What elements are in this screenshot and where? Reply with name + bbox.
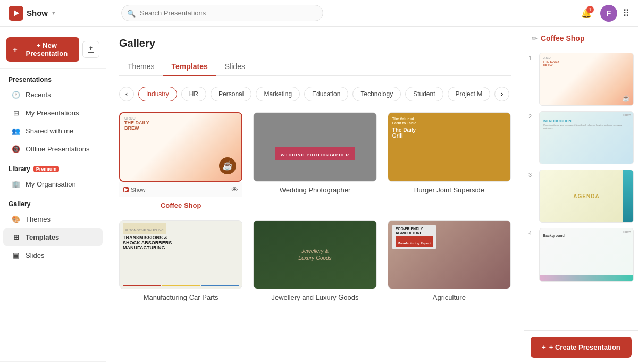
filter-hr[interactable]: HR xyxy=(181,87,206,101)
layout-icon: ⊞ xyxy=(12,233,20,241)
sidebar-item-offline[interactable]: 📵 Offline Presentations xyxy=(3,140,103,157)
create-presentation-label: + Create Presentation xyxy=(549,343,620,351)
template-footer-coffee-shop: Show 👁 xyxy=(119,182,242,197)
offline-label: Offline Presentations xyxy=(26,145,89,153)
template-thumb-agriculture: ECO-FRIENDLYAGRICULTURE Manufacturing Re… xyxy=(388,220,511,290)
library-section: Library Premium xyxy=(0,158,106,175)
preview-slide-item-3[interactable]: 3 AGENDA xyxy=(528,170,634,223)
upload-button[interactable] xyxy=(82,41,99,58)
create-plus-icon: + xyxy=(542,343,546,351)
filter-next-button[interactable]: › xyxy=(494,87,509,101)
preview-slide-item-1[interactable]: 1 URCO THE DAILYBREW ☕ xyxy=(528,53,634,106)
sidebar-item-my-presentations[interactable]: ⊞ My Presentations xyxy=(3,104,103,121)
organisation-label: My Organisation xyxy=(26,180,76,188)
themes-label: Themes xyxy=(26,215,51,223)
template-card-burger[interactable]: The Value ofFarm to Table The DailyGrill… xyxy=(388,112,511,209)
sidebar-item-shared[interactable]: 👥 Shared with me xyxy=(3,122,103,139)
sidebar-item-recents[interactable]: 🕐 Recents xyxy=(3,86,103,103)
premium-badge: Premium xyxy=(33,166,60,172)
notification-button[interactable]: 🔔 1 xyxy=(578,5,595,22)
tab-slides[interactable]: Slides xyxy=(216,58,254,76)
slide-number-4: 4 xyxy=(528,228,535,236)
template-card-wedding[interactable]: WEDDING PHOTOGRAPHER Wedding Photographe… xyxy=(253,112,376,209)
layers-icon: ▣ xyxy=(12,251,20,259)
template-name-agriculture: Agriculture xyxy=(388,293,511,301)
users-icon: 👥 xyxy=(12,126,20,135)
filter-education[interactable]: Education xyxy=(304,87,348,101)
template-thumb-coffee-shop: URCO THE DAILYBREW ☕ xyxy=(119,112,242,182)
sidebar-item-themes[interactable]: 🎨 Themes xyxy=(3,210,103,227)
preview-eye-icon[interactable]: 👁 xyxy=(231,185,238,194)
search-container: 🔍 xyxy=(121,5,323,21)
template-card-coffee-shop[interactable]: URCO THE DAILYBREW ☕ Show 👁 Coffee Shop xyxy=(119,112,242,209)
template-thumb-manufacturing: AUTOMOTIVE SALES INC TRANSMISSIONS &SHOC… xyxy=(119,220,242,290)
template-name-coffee-shop: Coffee Shop xyxy=(119,201,242,209)
template-card-agriculture[interactable]: ECO-FRIENDLYAGRICULTURE Manufacturing Re… xyxy=(388,220,511,302)
building-icon: 🏢 xyxy=(12,180,20,188)
sidebar-item-slides[interactable]: ▣ Slides xyxy=(3,247,103,264)
filter-industry[interactable]: Industry xyxy=(138,87,177,101)
main-content: Gallery Themes Templates Slides ‹ Indust… xyxy=(106,27,524,364)
gallery-page-title: Gallery xyxy=(119,37,511,49)
sidebar-item-templates[interactable]: ⊞ Templates xyxy=(3,228,103,246)
filter-marketing[interactable]: Marketing xyxy=(256,87,300,101)
filter-technology[interactable]: Technology xyxy=(352,87,401,101)
slides-label: Slides xyxy=(26,251,44,259)
slide-number-3: 3 xyxy=(528,170,535,178)
plus-icon: + xyxy=(13,45,18,54)
template-name-jewellery: Jewellery and Luxury Goods xyxy=(253,293,376,301)
logo-chevron-icon[interactable]: ▾ xyxy=(52,10,55,16)
filter-student[interactable]: Student xyxy=(405,87,443,101)
create-presentation-button[interactable]: + + Create Presentation xyxy=(531,337,632,358)
notification-badge: 1 xyxy=(586,6,594,13)
slide-thumb-1: URCO THE DAILYBREW ☕ xyxy=(539,53,634,106)
tab-templates[interactable]: Templates xyxy=(163,58,216,76)
templates-label: Templates xyxy=(26,233,59,241)
shared-label: Shared with me xyxy=(26,127,73,135)
new-presentation-label: + New Presentation xyxy=(21,41,73,57)
preview-slide-item-4[interactable]: 4 URCO Background xyxy=(528,228,634,281)
template-thumb-burger: The Value ofFarm to Table The DailyGrill xyxy=(388,112,511,182)
preview-panel: ✏ Coffee Shop 1 URCO THE DAILYBREW ☕ 2 xyxy=(524,27,638,364)
sidebar-item-organisation[interactable]: 🏢 My Organisation xyxy=(3,175,103,192)
avatar-button[interactable]: F xyxy=(600,5,617,22)
slide-thumb-4: URCO Background xyxy=(539,228,634,281)
template-card-manufacturing[interactable]: AUTOMOTIVE SALES INC TRANSMISSIONS &SHOC… xyxy=(119,220,242,302)
filter-project-m[interactable]: Project M xyxy=(448,87,491,101)
preview-slide-item-2[interactable]: 2 URCO INTRODUCTION When introducing you… xyxy=(528,111,634,164)
filter-prev-button[interactable]: ‹ xyxy=(119,87,134,101)
slide-thumb-3: AGENDA xyxy=(539,170,634,223)
gallery-tabs: Themes Templates Slides xyxy=(119,58,511,76)
sidebar-top: + + New Presentation xyxy=(0,33,106,69)
sidebar: + + New Presentation Presentations 🕐 Rec… xyxy=(0,27,106,364)
main-layout: + + New Presentation Presentations 🕐 Rec… xyxy=(0,27,638,364)
filter-personal[interactable]: Personal xyxy=(211,87,251,101)
topbar-right: 🔔 1 F ⠿ xyxy=(578,5,629,22)
template-name-wedding: Wedding Photographer xyxy=(253,186,376,194)
gallery-section-label: Gallery xyxy=(0,193,106,210)
tab-themes[interactable]: Themes xyxy=(119,58,163,76)
search-icon: 🔍 xyxy=(127,9,136,17)
template-brand-coffee-shop: Show xyxy=(123,187,146,193)
grid-icon: ⊞ xyxy=(12,108,20,117)
preview-title: Coffee Shop xyxy=(541,34,584,43)
app-name: Show xyxy=(27,9,48,18)
templates-grid: URCO THE DAILYBREW ☕ Show 👁 Coffee Shop xyxy=(119,112,511,301)
edit-icon: ✏ xyxy=(532,35,538,43)
template-thumb-jewellery: Jewellery &Luxury Goods xyxy=(253,220,376,290)
template-name-burger: Burger Joint Superside xyxy=(388,186,511,194)
slide-thumb-2: URCO INTRODUCTION When introducing your … xyxy=(539,111,634,164)
library-label: Library xyxy=(9,165,30,173)
preview-slides-list: 1 URCO THE DAILYBREW ☕ 2 URCO INTRODUCTI… xyxy=(524,48,638,330)
preview-footer: + + Create Presentation xyxy=(524,330,638,364)
presentations-section-label: Presentations xyxy=(0,69,106,86)
recents-label: Recents xyxy=(26,91,51,99)
search-input[interactable] xyxy=(121,5,323,21)
template-card-jewellery[interactable]: Jewellery &Luxury Goods Jewellery and Lu… xyxy=(253,220,376,302)
filter-row: ‹ Industry HR Personal Marketing Educati… xyxy=(119,87,511,101)
preview-header: ✏ Coffee Shop xyxy=(524,27,638,48)
clock-icon: 🕐 xyxy=(12,90,20,99)
apps-grid-button[interactable]: ⠿ xyxy=(623,7,629,19)
topbar: Show ▾ 🔍 🔔 1 F ⠿ xyxy=(0,0,638,27)
new-presentation-button[interactable]: + + New Presentation xyxy=(6,37,79,62)
